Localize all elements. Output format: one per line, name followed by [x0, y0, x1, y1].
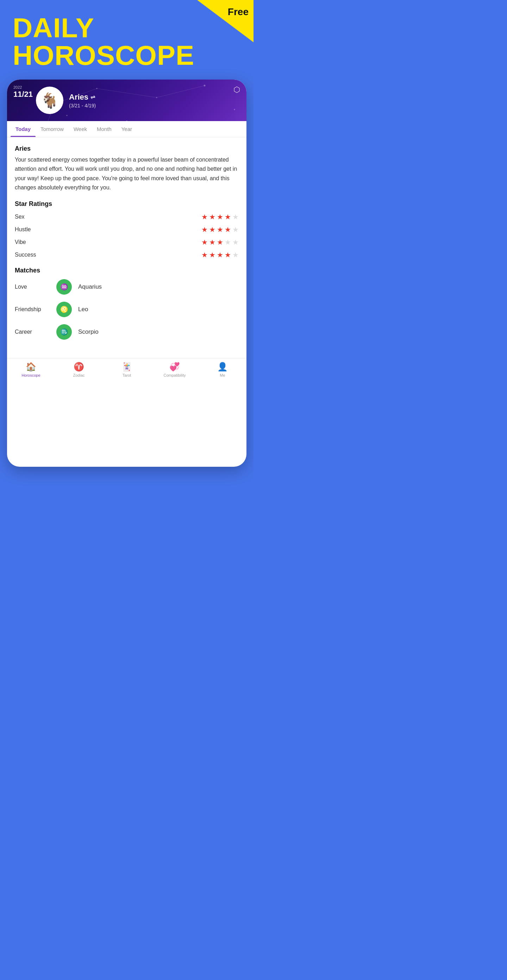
ratings-title: Star Ratings — [15, 200, 239, 208]
match-career-label: Career — [15, 329, 50, 335]
horoscope-header: 2022 11/21 🐐 Aries ⇌ (3/21 - 4/19) ⬡ — [7, 80, 247, 121]
svg-point-3 — [156, 97, 157, 98]
sign-heading: Aries — [15, 145, 239, 153]
match-career-badge: ♏ — [56, 324, 72, 340]
match-love-sign: Aquarius — [78, 283, 102, 290]
ratings-section: Star Ratings Sex ★ ★ ★ ★ ★ Hustle ★ ★ ★ … — [15, 200, 239, 259]
rating-sex: Sex ★ ★ ★ ★ ★ — [15, 213, 239, 221]
bottom-nav: 🏠 Horoscope ♈ Zodiac 🃏 Tarot 💞 Compatibi… — [7, 358, 247, 383]
tab-today[interactable]: Today — [11, 121, 35, 137]
svg-line-12 — [157, 86, 204, 97]
tab-month[interactable]: Month — [92, 121, 116, 137]
me-nav-icon: 👤 — [217, 362, 228, 372]
zodiac-name: Aries ⇌ — [69, 92, 96, 102]
year-label: 2022 — [13, 85, 22, 89]
sync-icon: ⇌ — [91, 94, 95, 100]
app-title-line1: DAILY — [13, 14, 241, 41]
date-label: 11/21 — [13, 90, 33, 99]
compatibility-nav-icon: 💞 — [169, 362, 180, 372]
zodiac-nav-icon: ♈ — [73, 362, 84, 372]
match-friendship-badge: ♌ — [56, 302, 72, 317]
horoscope-icon: 🏠 — [26, 362, 36, 372]
zodiac-dates: (3/21 - 4/19) — [69, 103, 96, 108]
svg-line-11 — [97, 89, 157, 98]
rating-sex-stars: ★ ★ ★ ★ ★ — [201, 213, 239, 221]
phone-mockup: 2022 11/21 🐐 Aries ⇌ (3/21 - 4/19) ⬡ Tod… — [7, 80, 247, 467]
rating-success: Success ★ ★ ★ ★ ★ — [15, 251, 239, 259]
compatibility-nav-label: Compatibility — [164, 373, 186, 377]
tab-tomorrow[interactable]: Tomorrow — [35, 121, 69, 137]
rating-success-label: Success — [15, 252, 46, 258]
match-love-label: Love — [15, 284, 50, 290]
match-career-sign: Scorpio — [78, 328, 99, 336]
match-love: Love ♒ Aquarius — [15, 279, 239, 294]
rating-vibe: Vibe ★ ★ ★ ★ ★ — [15, 238, 239, 247]
match-friendship-sign: Leo — [78, 306, 88, 313]
rating-vibe-label: Vibe — [15, 239, 46, 245]
me-nav-label: Me — [220, 373, 225, 377]
nav-me[interactable]: 👤 Me — [199, 362, 247, 377]
nav-zodiac[interactable]: ♈ Zodiac — [55, 362, 103, 377]
zodiac-avatar: 🐐 — [36, 87, 63, 114]
main-content: Aries Your scattered energy comes togeth… — [7, 137, 247, 358]
svg-point-9 — [66, 115, 67, 116]
nav-horoscope[interactable]: 🏠 Horoscope — [7, 362, 55, 377]
app-title-line2: HOROSCOPE — [13, 41, 241, 69]
free-badge-text: Free — [228, 6, 249, 18]
svg-point-5 — [234, 109, 235, 110]
svg-point-2 — [96, 88, 97, 89]
match-love-badge: ♒ — [56, 279, 72, 294]
match-friendship: Friendship ♌ Leo — [15, 302, 239, 317]
rating-hustle: Hustle ★ ★ ★ ★ ★ — [15, 225, 239, 234]
nav-tarot[interactable]: 🃏 Tarot — [103, 362, 151, 377]
tabs-bar: Today Tomorrow Week Month Year — [7, 121, 247, 137]
rating-sex-label: Sex — [15, 214, 46, 220]
rating-hustle-stars: ★ ★ ★ ★ ★ — [201, 225, 239, 234]
tab-year[interactable]: Year — [116, 121, 137, 137]
rating-hustle-label: Hustle — [15, 226, 46, 233]
svg-point-4 — [204, 84, 205, 86]
horoscope-nav-label: Horoscope — [21, 373, 40, 377]
match-career: Career ♏ Scorpio — [15, 324, 239, 340]
date-info: 2022 11/21 — [13, 85, 33, 99]
matches-title: Matches — [15, 267, 239, 274]
rating-vibe-stars: ★ ★ ★ ★ ★ — [201, 238, 239, 247]
tab-week[interactable]: Week — [69, 121, 92, 137]
nav-compatibility[interactable]: 💞 Compatibility — [151, 362, 199, 377]
match-friendship-label: Friendship — [15, 306, 50, 313]
rating-success-stars: ★ ★ ★ ★ ★ — [201, 251, 239, 259]
zodiac-nav-label: Zodiac — [73, 373, 84, 377]
matches-section: Matches Love ♒ Aquarius Friendship ♌ Leo… — [15, 267, 239, 340]
share-icon[interactable]: ⬡ — [233, 85, 240, 94]
zodiac-info: Aries ⇌ (3/21 - 4/19) — [69, 92, 96, 108]
tarot-nav-icon: 🃏 — [121, 362, 132, 372]
horoscope-text: Your scattered energy comes together tod… — [15, 155, 239, 192]
tarot-nav-label: Tarot — [123, 373, 131, 377]
